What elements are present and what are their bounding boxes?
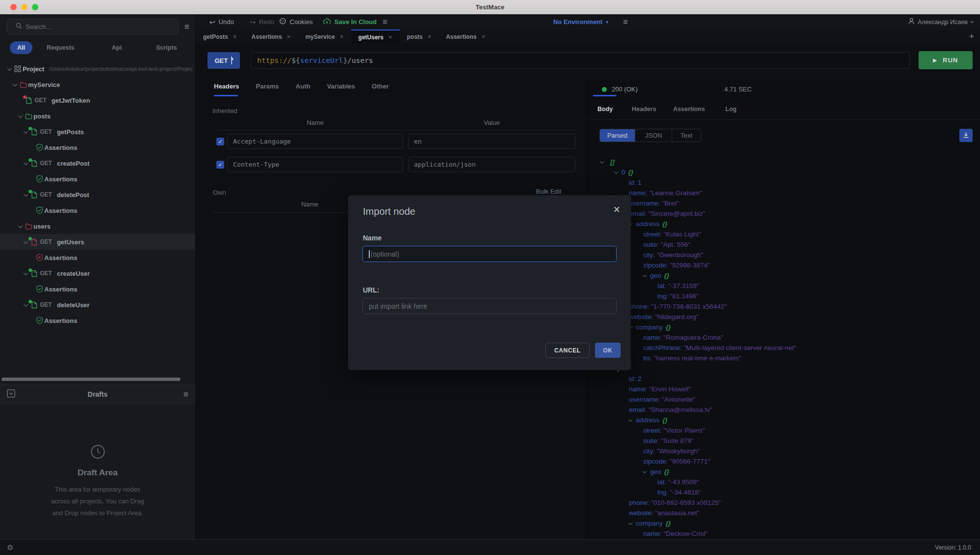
chevron-down-icon[interactable] [600, 159, 604, 163]
editor-tab-getPosts[interactable]: getPosts × [196, 29, 244, 44]
header-name-input[interactable]: Accept-Language [227, 134, 403, 149]
chevron-down-icon[interactable] [614, 170, 618, 174]
run-button[interactable]: ▶ RUN [919, 51, 973, 69]
response-tabs: BodyHeadersAssertionsLog [588, 102, 980, 120]
editor-tab-Assertions[interactable]: Assertions × [439, 29, 493, 44]
request-subtab-variables[interactable]: Variables [327, 83, 355, 96]
settings-gear-icon[interactable]: ⚙ [7, 543, 13, 552]
tree-item-getJwtToken[interactable]: GET getJwtToken [0, 92, 195, 108]
chevron-down-icon: ▾ [606, 20, 608, 25]
close-icon[interactable]: × [340, 33, 344, 40]
header-value-input[interactable]: application/json [408, 157, 575, 172]
request-subtab-headers[interactable]: Headers [214, 83, 239, 96]
toolbar-menu-icon[interactable]: ≡ [383, 14, 387, 29]
tree-item-Assertions[interactable]: Assertions [0, 250, 195, 265]
chevron-down-icon[interactable] [17, 225, 24, 228]
chevron-down-icon[interactable] [22, 193, 29, 197]
chevron-down-icon[interactable] [11, 83, 18, 87]
chevron-down-icon[interactable] [22, 303, 29, 307]
view-mode-json[interactable]: JSON [635, 129, 672, 142]
chevron-down-icon[interactable] [17, 115, 24, 118]
url-segment: } [343, 57, 348, 64]
environment-selector[interactable]: No Environment ▾ [553, 14, 608, 29]
tree-item-getPosts[interactable]: GET getPosts [0, 124, 195, 140]
horizontal-scrollbar[interactable] [1, 378, 180, 381]
tree-item-Assertions[interactable]: Assertions [0, 281, 195, 297]
json-line: geo {} [588, 467, 980, 477]
close-icon[interactable]: × [233, 33, 237, 40]
close-icon[interactable]: × [428, 33, 432, 40]
view-mode-parsed[interactable]: Parsed [600, 129, 635, 142]
close-icon[interactable]: × [287, 33, 291, 40]
filter-tab-all[interactable]: All [10, 41, 32, 54]
sidebar-menu-icon[interactable]: ≡ [184, 23, 189, 31]
tree-item-Project[interactable]: Project /Users/kotokur/projects/testmace… [0, 61, 195, 77]
drafts-menu-icon[interactable]: ≡ [183, 390, 188, 399]
editor-tab-getUsers[interactable]: getUsers × [351, 29, 400, 44]
tree-item-label: getJwtToken [52, 97, 90, 104]
tree-item-Assertions[interactable]: Assertions [0, 140, 195, 155]
ok-button[interactable]: OK [595, 343, 621, 358]
filter-tab-scripts[interactable]: Scripts [148, 41, 184, 54]
cookies-button[interactable]: Cookies [279, 14, 313, 29]
chevron-down-icon[interactable] [628, 521, 632, 525]
tree-item-getUsers[interactable]: GET getUsers [0, 234, 195, 250]
environment-menu-icon[interactable]: ≡ [623, 14, 628, 29]
url-input[interactable]: https://${serviceUrl}/users [251, 52, 910, 69]
close-icon[interactable]: × [614, 203, 620, 216]
header-value-input[interactable]: en [408, 134, 575, 149]
search-input[interactable]: Search... [7, 19, 178, 34]
filter-tab-requests[interactable]: Requests [39, 41, 82, 54]
user-menu[interactable]: Александр Исаев [908, 14, 973, 29]
chevron-down-icon[interactable] [643, 469, 647, 473]
editor-tab-myService[interactable]: myService × [298, 29, 351, 44]
chevron-down-icon[interactable] [22, 240, 29, 244]
undo-button[interactable]: ↩ Undo [209, 14, 234, 29]
chevron-down-icon[interactable] [22, 162, 29, 165]
response-tab-headers[interactable]: Headers [632, 106, 656, 113]
drafts-panel-header[interactable]: Drafts ≡ [0, 384, 195, 404]
save-in-cloud-button[interactable]: Save In Cloud [323, 14, 377, 29]
add-tab-button[interactable]: + [969, 31, 974, 41]
chevron-down-icon[interactable] [22, 272, 29, 275]
close-icon[interactable]: × [481, 33, 485, 40]
tree-item-deleteUser[interactable]: GET deleteUser [0, 297, 195, 313]
editor-tab-Assertions[interactable]: Assertions × [244, 29, 298, 44]
import-url-input[interactable]: put import link here [362, 298, 617, 314]
response-tab-body[interactable]: Body [597, 106, 613, 113]
request-subtab-auth[interactable]: Auth [296, 83, 310, 96]
cancel-button[interactable]: CANCEL [545, 343, 590, 358]
tree-item-createUser[interactable]: GET createUser [0, 265, 195, 281]
view-mode-text[interactable]: Text [672, 129, 701, 142]
download-response-button[interactable] [959, 129, 973, 142]
header-name-input[interactable]: Content-Type [227, 157, 403, 172]
close-icon[interactable]: × [388, 33, 392, 41]
tree-item-deletePost[interactable]: GET deletePost [0, 187, 195, 203]
response-tab-assertions[interactable]: Assertions [673, 106, 705, 113]
tree-item-Assertions[interactable]: Assertions [0, 171, 195, 187]
bulk-edit-link[interactable]: Bulk Edit [536, 188, 561, 195]
header-row-checkbox[interactable]: ✓ [216, 161, 224, 169]
json-line: street: "Kulas Light" [588, 229, 980, 239]
chevron-down-icon[interactable] [643, 273, 647, 277]
inherited-section-label: Inherited [212, 107, 238, 115]
name-input[interactable]: (optional) [362, 246, 617, 262]
editor-tab-posts[interactable]: posts × [400, 29, 439, 44]
redo-button[interactable]: ↪ Redo [250, 14, 274, 29]
response-tab-log[interactable]: Log [725, 106, 737, 113]
tree-item-Assertions[interactable]: Assertions [0, 313, 195, 328]
request-subtab-params[interactable]: Params [256, 83, 279, 96]
tree-item-users[interactable]: users [0, 218, 195, 234]
tree-item-myService[interactable]: myService [0, 77, 195, 92]
tree-item-Assertions[interactable]: Assertions [0, 203, 195, 218]
chevron-down-icon[interactable] [22, 130, 29, 134]
file-icon [24, 97, 33, 104]
request-subtab-other[interactable]: Other [372, 83, 389, 96]
tree-item-posts[interactable]: posts [0, 108, 195, 124]
tree-item-createPost[interactable]: GET createPost [0, 155, 195, 171]
method-dropdown[interactable]: GET▾ [208, 52, 240, 69]
chevron-down-icon[interactable] [628, 417, 632, 421]
header-row-checkbox[interactable]: ✓ [216, 138, 224, 146]
chevron-down-icon[interactable] [6, 67, 13, 71]
filter-tab-api[interactable]: Api [104, 41, 129, 54]
